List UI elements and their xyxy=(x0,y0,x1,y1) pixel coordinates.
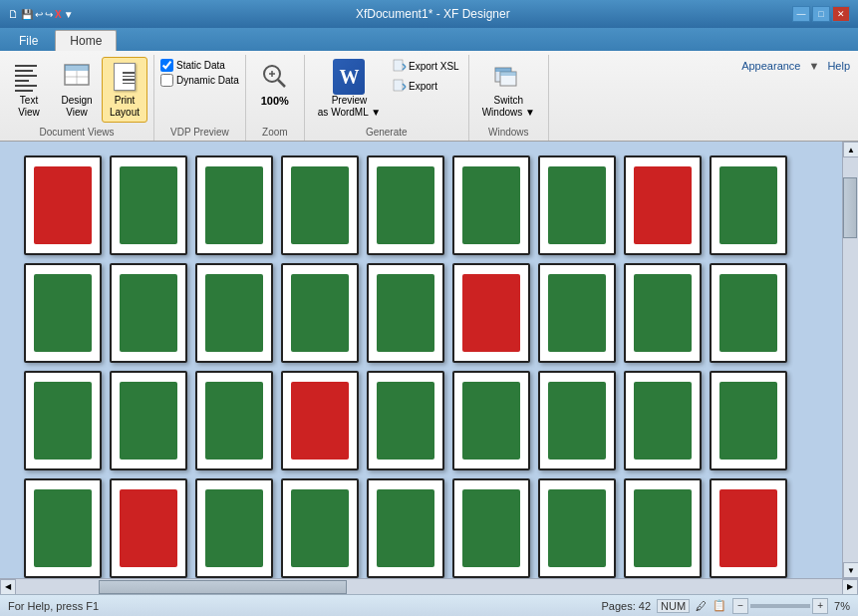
card-inner-6 xyxy=(548,166,606,244)
export-label: Export xyxy=(409,81,437,92)
hscroll-thumb[interactable] xyxy=(99,580,347,594)
ribbon-group-windows: SwitchWindows ▼ Windows xyxy=(469,55,549,141)
zoom-icon xyxy=(259,61,291,93)
hscroll-track[interactable] xyxy=(16,579,842,595)
status-icon-1: 🖊 xyxy=(696,600,707,612)
vdp-checks: Static Data Dynamic Data xyxy=(160,57,239,89)
svg-line-10 xyxy=(403,67,406,70)
card-inner-2 xyxy=(205,166,263,244)
static-data-check[interactable]: Static Data xyxy=(160,59,239,72)
export-xsl-label: Export XSL xyxy=(409,61,459,72)
scroll-right-button[interactable]: ▶ xyxy=(842,579,858,595)
design-view-button[interactable]: DesignView xyxy=(54,57,100,123)
card-inner-7 xyxy=(634,166,692,244)
card-5 xyxy=(452,155,530,255)
ribbon-group-document-views: TextView DesignView xyxy=(0,55,154,141)
card-31 xyxy=(367,478,444,578)
scroll-up-button[interactable]: ▲ xyxy=(843,142,858,157)
ribbon-tabs: File Home xyxy=(0,28,858,51)
appearance-link[interactable]: Appearance xyxy=(741,60,800,72)
help-text: For Help, press F1 xyxy=(8,600,99,612)
card-inner-11 xyxy=(205,274,263,352)
text-view-button[interactable]: TextView xyxy=(6,57,52,123)
ribbon-group-zoom: 100% Zoom xyxy=(246,55,305,141)
appearance-dropdown-icon[interactable]: ▼ xyxy=(808,60,819,72)
status-bar: For Help, press F1 Pages: 42 NUM 🖊 📋 − +… xyxy=(0,594,858,616)
card-14 xyxy=(452,263,530,363)
scroll-down-button[interactable]: ▼ xyxy=(843,562,858,578)
print-layout-button[interactable]: PrintLayout xyxy=(102,57,147,123)
window-controls: — □ ✕ xyxy=(792,6,850,22)
document-views-group-label: Document Views xyxy=(6,125,147,141)
static-data-checkbox[interactable] xyxy=(160,59,173,72)
card-8 xyxy=(710,155,787,255)
card-10 xyxy=(110,263,187,363)
svg-rect-11 xyxy=(394,80,403,91)
card-4 xyxy=(367,155,444,255)
canvas-scroll-container[interactable] xyxy=(0,142,842,578)
scroll-track[interactable] xyxy=(843,157,858,562)
zoom-content: 100% xyxy=(252,57,298,123)
card-27 xyxy=(24,478,102,578)
card-23 xyxy=(452,371,530,470)
card-19 xyxy=(110,371,187,470)
scroll-thumb[interactable] xyxy=(843,177,857,238)
main-with-scroll: ▲ ▼ xyxy=(0,142,858,578)
svg-line-13 xyxy=(403,87,406,90)
scroll-left-button[interactable]: ◀ xyxy=(0,579,16,595)
card-inner-5 xyxy=(462,166,520,244)
card-inner-29 xyxy=(205,489,263,567)
card-inner-23 xyxy=(462,382,520,460)
card-inner-16 xyxy=(634,274,692,352)
card-1 xyxy=(110,155,187,255)
status-icon-2: 📋 xyxy=(713,599,726,612)
export-icon xyxy=(393,79,407,93)
card-11 xyxy=(195,263,273,363)
content-wrapper: ▲ ▼ ◀ ▶ For Help, press F1 Pages: 42 NUM xyxy=(0,142,858,616)
card-12 xyxy=(281,263,359,363)
card-inner-10 xyxy=(120,274,177,352)
vdp-preview-content: Static Data Dynamic Data xyxy=(160,57,239,123)
tab-home[interactable]: Home xyxy=(55,30,117,51)
zoom-out-button[interactable]: − xyxy=(732,598,748,614)
switch-windows-button[interactable]: SwitchWindows ▼ xyxy=(475,57,542,123)
dynamic-data-check[interactable]: Dynamic Data xyxy=(160,74,239,87)
ribbon-body: TextView DesignView xyxy=(0,51,858,142)
zoom-in-button[interactable]: + xyxy=(812,598,828,614)
card-inner-24 xyxy=(548,382,606,460)
dynamic-data-label: Dynamic Data xyxy=(176,75,239,86)
windows-content: SwitchWindows ▼ xyxy=(475,57,542,123)
text-view-icon xyxy=(13,61,45,93)
card-inner-35 xyxy=(719,489,777,567)
help-link[interactable]: Help xyxy=(827,60,850,72)
maximize-button[interactable]: □ xyxy=(812,6,830,22)
card-32 xyxy=(452,478,530,578)
status-bar-right: Pages: 42 NUM 🖊 📋 − + 7% xyxy=(601,598,850,614)
preview-wordml-button[interactable]: W Previewas WordML ▼ xyxy=(311,57,388,123)
card-inner-34 xyxy=(634,489,692,567)
card-17 xyxy=(710,263,787,363)
card-15 xyxy=(538,263,616,363)
minimize-button[interactable]: — xyxy=(792,6,810,22)
card-21 xyxy=(281,371,359,470)
card-7 xyxy=(624,155,702,255)
card-inner-31 xyxy=(377,489,434,567)
tab-file[interactable]: File xyxy=(4,30,53,51)
close-button[interactable]: ✕ xyxy=(832,6,850,22)
zoom-controls: − + xyxy=(732,598,828,614)
design-view-label: DesignView xyxy=(61,95,92,119)
zoom-button[interactable]: 100% xyxy=(252,57,298,112)
dynamic-data-checkbox[interactable] xyxy=(160,74,173,87)
card-6 xyxy=(538,155,616,255)
zoom-slider[interactable] xyxy=(750,604,810,608)
card-inner-12 xyxy=(291,274,349,352)
export-button[interactable]: Export xyxy=(390,77,462,95)
generate-content: W Previewas WordML ▼ Export XSL xyxy=(311,57,462,123)
export-xsl-button[interactable]: Export XSL xyxy=(390,57,462,75)
ribbon-group-vdp-preview: Static Data Dynamic Data VDP Preview xyxy=(154,55,246,141)
card-34 xyxy=(624,478,702,578)
svg-rect-8 xyxy=(394,60,403,71)
text-view-label: TextView xyxy=(18,95,40,119)
title-bar: 🗋 💾 ↩ ↪ X ▼ XfDocument1* - XF Designer —… xyxy=(0,0,858,28)
card-inner-3 xyxy=(291,166,349,244)
